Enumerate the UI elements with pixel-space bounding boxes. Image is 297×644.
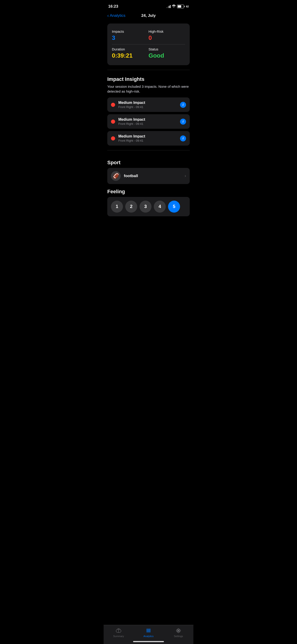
back-chevron-icon: ‹ [107,13,109,18]
stats-divider [112,44,185,44]
impact-list: Medium Impact Front Right - 09:41 i Medi… [107,98,190,146]
status-icons: 62 [166,4,189,8]
impact-subtitle-1: Front Right - 09:41 [118,105,145,109]
feeling-section-title: Feeling [107,189,190,195]
back-button[interactable]: ‹ Analytics [107,13,126,18]
wifi-icon [172,4,176,8]
impacts-label: Impacts [112,30,148,34]
battery-percent: 62 [186,5,189,8]
impacts-value: 3 [112,34,148,42]
divider-1 [107,70,190,70]
signal-icon [166,5,170,8]
impact-title-3: Medium Impact [118,134,145,138]
duration-stat: Duration 0:39:21 [112,45,148,61]
stats-card: Impacts 3 High-Risk 0 Duration 0:39:21 S… [107,24,190,65]
feeling-option-3[interactable]: 3 [140,200,152,212]
impact-item[interactable]: Medium Impact Front Right - 09:41 i [107,114,190,129]
impacts-stat: Impacts 3 [112,28,148,43]
feeling-options: 1 2 3 4 5 [111,200,186,212]
impact-dot-icon [111,136,115,140]
page-title: 24, July [141,13,156,18]
impact-title-1: Medium Impact [118,101,145,105]
impact-subtitle-2: Front Right - 09:41 [118,122,145,126]
highrisk-stat: High-Risk 0 [148,28,185,43]
chevron-right-icon: › [185,174,186,178]
info-icon-1[interactable]: i [180,102,186,108]
info-icon-2[interactable]: i [180,118,186,124]
feeling-option-5[interactable]: 5 [168,200,180,212]
status-label: Status [148,47,185,51]
feeling-option-1[interactable]: 1 [111,200,123,212]
feeling-section: Feeling 1 2 3 4 5 [104,184,194,216]
highrisk-label: High-Risk [148,30,185,34]
impact-item[interactable]: Medium Impact Front Right - 09:41 i [107,98,190,112]
status-stat: Status Good [148,45,185,61]
battery-icon [177,4,184,8]
sport-card[interactable]: 🏈 football › [107,168,190,184]
info-icon-3[interactable]: i [180,136,186,142]
feeling-option-4[interactable]: 4 [154,200,166,212]
duration-value: 0:39:21 [112,52,148,59]
impact-dot-icon [111,120,115,124]
sport-name: football [124,174,138,178]
feeling-card: 1 2 3 4 5 [107,197,190,216]
impact-title-2: Medium Impact [118,118,145,122]
duration-label: Duration [112,47,148,51]
impact-insights-title: Impact Insights [107,76,190,82]
divider-2 [107,150,190,150]
back-label: Analytics [110,13,126,18]
sport-section: Sport 🏈 football › [104,155,194,184]
sport-section-title: Sport [107,160,190,166]
impact-insights-description: Your session included 3 impacts. None of… [107,84,190,94]
impact-subtitle-3: Front Right - 09:41 [118,139,145,142]
impact-item[interactable]: Medium Impact Front Right - 09:41 i [107,131,190,146]
highrisk-value: 0 [148,34,185,42]
status-bar: 16:23 62 [104,0,194,12]
nav-header: ‹ Analytics 24, July [104,12,194,22]
football-icon: 🏈 [113,173,119,179]
feeling-option-2[interactable]: 2 [125,200,137,212]
status-value: Good [148,52,185,59]
sport-icon-wrap: 🏈 [111,171,121,181]
status-time: 16:23 [108,4,118,9]
impact-dot-icon [111,103,115,107]
impact-insights-section: Impact Insights Your session included 3 … [104,74,194,146]
